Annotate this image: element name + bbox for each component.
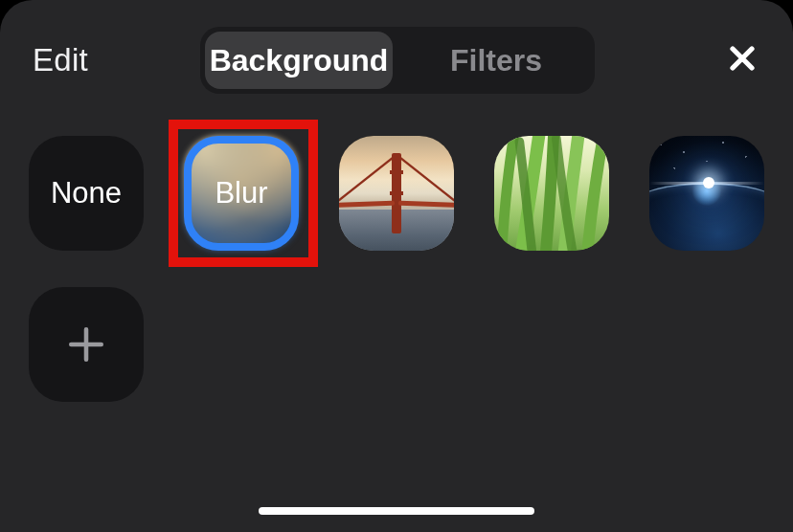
background-option-none[interactable]: None [29, 136, 144, 251]
close-icon [728, 44, 757, 73]
background-option-bridge[interactable] [339, 136, 454, 251]
grass-blades [494, 136, 609, 251]
effects-sheet: Edit Background Filters None Blur [0, 0, 793, 532]
none-label: None [51, 176, 122, 211]
tab-filters[interactable]: Filters [402, 32, 590, 89]
earth-horizon [649, 183, 764, 251]
plus-icon [66, 324, 106, 365]
background-add-row [29, 287, 144, 402]
tab-background[interactable]: Background [205, 32, 393, 89]
background-option-earth[interactable] [649, 136, 764, 251]
background-option-blur[interactable]: Blur [184, 136, 299, 251]
sheet-header: Edit Background Filters [0, 0, 793, 96]
blur-label: Blur [215, 176, 267, 211]
close-button[interactable] [726, 42, 759, 75]
bridge-tower [392, 153, 401, 233]
background-option-grass[interactable] [494, 136, 609, 251]
home-indicator [259, 507, 534, 515]
background-options-row: None Blur [29, 136, 766, 251]
edit-button[interactable]: Edit [33, 42, 88, 78]
effects-tab-bar: Background Filters [200, 27, 595, 94]
add-background-button[interactable] [29, 287, 144, 402]
